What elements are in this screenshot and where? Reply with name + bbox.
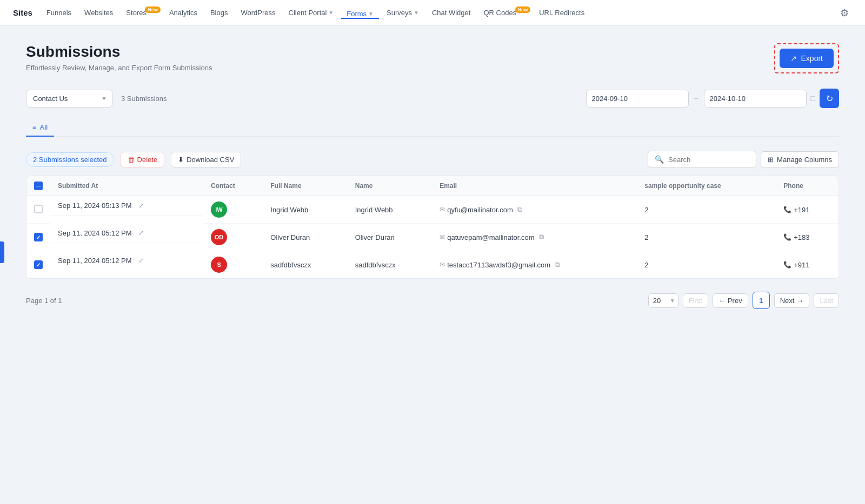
phone-icon: 📞 [783,233,791,241]
first-page-button[interactable]: First [683,293,708,308]
nav-stores[interactable]: Stores New [121,5,162,20]
submissions-table-wrapper: Submitted At Contact Full Name Name Emai… [26,176,839,279]
search-box: 🔍 [648,151,756,168]
download-icon: ⬇ [178,156,184,164]
email-text: testacc17113awdsf3@gmail.com [447,261,550,269]
copy-icon[interactable]: ⧉ [539,233,544,241]
filters-row: Contact Us ▼ 3 Submissions → □ ↻ [26,89,839,108]
email-text: qatuvepam@mailinator.com [447,233,534,241]
nav-url-redirects[interactable]: URL Redirects [534,5,590,20]
row-checkbox[interactable] [34,260,43,269]
page-info: Page 1 of 1 [26,297,62,305]
row-phone: 📞+911 [776,251,839,279]
submissions-count: 3 Submissions [121,95,167,103]
main-content: Submissions Effortlessly Review, Manage,… [0,26,865,504]
tab-all[interactable]: ≡ All [26,119,54,137]
row-sample-case: 2 [637,224,776,251]
col-contact: Contact [203,176,263,196]
surveys-chevron: ▼ [414,10,419,16]
row-sample-case: 2 [637,196,776,224]
next-page-button[interactable]: Next → [774,293,810,308]
copy-icon[interactable]: ⧉ [555,260,560,269]
col-name: Name [348,176,432,196]
trash-icon: 🗑 [128,156,135,164]
row-name: Oliver Duran [348,224,432,251]
date-filter: → □ ↻ [586,89,839,108]
nav-client-portal[interactable]: Client Portal ▼ [283,5,340,20]
manage-columns-button[interactable]: ⊞ Manage Columns [761,151,839,168]
contact-avatar[interactable]: IW [211,201,227,218]
header-checkbox-cell [26,176,50,196]
page-title-group: Submissions Effortlessly Review, Manage,… [26,43,212,72]
form-select[interactable]: Contact Us [26,90,112,107]
date-to-input[interactable] [704,90,807,107]
per-page-select[interactable]: 20 10 50 100 [648,293,678,308]
nav-forms[interactable]: Forms ▼ [341,6,379,19]
stores-new-badge: New [145,6,161,13]
nav-chat-widget[interactable]: Chat Widget [427,5,476,20]
col-full-name: Full Name [263,176,347,196]
row-sample-case: 2 [637,251,776,279]
left-side-indicator [0,241,4,263]
submitted-at-text: Sep 11, 2024 05:12 PM [58,257,132,265]
search-input[interactable] [668,156,749,164]
toolbar-right: 🔍 ⊞ Manage Columns [648,151,839,168]
forms-chevron: ▼ [368,11,374,17]
nav-qr-codes[interactable]: QR Codes New [478,5,531,20]
row-submitted-at: Sep 11, 2024 05:12 PM⤢ [50,251,203,270]
nav-analytics[interactable]: Analytics [164,5,203,20]
export-button[interactable]: ↗ Export [780,49,834,68]
nav-wordpress[interactable]: WordPress [235,5,281,20]
phone-icon: 📞 [783,261,791,268]
row-checkbox-cell [26,224,50,251]
columns-icon: ⊞ [768,156,774,164]
row-email: ✉qatuvepam@mailinator.com⧉ [432,224,637,251]
submitted-at-text: Sep 11, 2024 05:13 PM [58,201,132,210]
page-subtitle: Effortlessly Review, Manage, and Export … [26,64,212,72]
prev-arrow-icon: ← [718,297,726,305]
row-contact: IW [203,196,263,224]
select-all-checkbox[interactable] [34,182,43,190]
calendar-icon[interactable]: □ [811,94,815,103]
current-page-button[interactable]: 1 [753,292,770,309]
expand-icon[interactable]: ⤢ [138,202,144,210]
expand-icon[interactable]: ⤢ [138,229,144,237]
date-from-input[interactable] [586,90,689,107]
col-submitted-at: Submitted At [50,176,203,196]
nav-websites[interactable]: Websites [79,5,118,20]
email-icon: ✉ [440,233,445,241]
nav-funnels[interactable]: Funnels [41,5,77,20]
row-checkbox[interactable] [34,233,43,241]
contact-avatar[interactable]: S [211,257,227,273]
table-header-row: Submitted At Contact Full Name Name Emai… [26,176,839,196]
date-range-arrow-icon: → [693,95,700,102]
expand-icon[interactable]: ⤢ [138,257,144,264]
nav-surveys[interactable]: Surveys ▼ [381,5,424,20]
settings-gear-icon[interactable]: ⚙ [837,4,852,22]
nav-blogs[interactable]: Blogs [205,5,234,20]
row-checkbox[interactable] [34,205,43,213]
row-submitted-at: Sep 11, 2024 05:13 PM⤢ [50,196,203,216]
refresh-button[interactable]: ↻ [820,89,839,108]
col-sample-case: sample opportunity case [637,176,776,196]
row-email: ✉qyfu@mailinator.com⧉ [432,196,637,224]
contact-avatar[interactable]: OD [211,229,227,245]
top-navigation: Sites Funnels Websites Stores New Analyt… [0,0,865,26]
row-phone: 📞+191 [776,196,839,224]
qr-codes-new-badge: New [515,6,531,13]
download-csv-button[interactable]: ⬇ Download CSV [171,152,241,167]
prev-page-button[interactable]: ← Prev [713,293,748,308]
selected-badge: 2 Submissions selected [26,152,114,167]
submissions-table: Submitted At Contact Full Name Name Emai… [26,176,839,278]
last-page-button[interactable]: Last [814,293,839,308]
phone-text: +911 [794,261,809,269]
search-icon: 🔍 [655,155,664,164]
copy-icon[interactable]: ⧉ [517,205,522,214]
delete-button[interactable]: 🗑 Delete [121,152,165,167]
sites-label: Sites [13,8,32,17]
row-contact: OD [203,224,263,251]
row-full-name: Ingrid Webb [263,196,347,224]
table-row: Sep 11, 2024 05:12 PM⤢Ssadfdbfvsczxsadfd… [26,251,839,279]
row-checkbox-cell [26,196,50,224]
row-phone: 📞+183 [776,224,839,251]
